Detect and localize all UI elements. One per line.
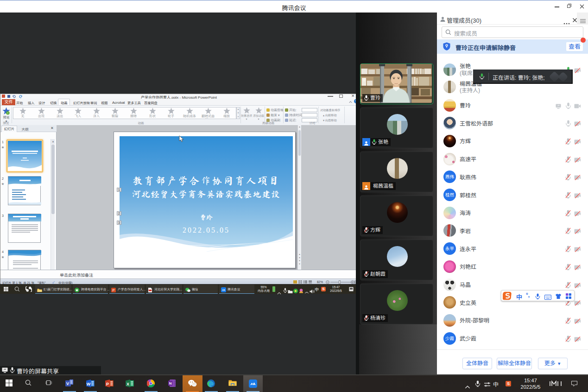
svg-text:P: P xyxy=(112,288,114,292)
svg-text:W: W xyxy=(87,382,91,386)
svg-text:X: X xyxy=(126,382,129,386)
svg-text:P: P xyxy=(106,382,109,386)
svg-text:V: V xyxy=(66,381,69,386)
svg-text:N: N xyxy=(169,381,172,386)
